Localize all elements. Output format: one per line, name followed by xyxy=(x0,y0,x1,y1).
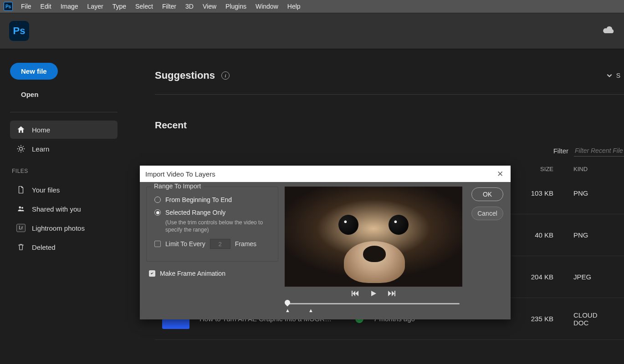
limit-frames-input[interactable] xyxy=(210,239,230,249)
trim-out-handle[interactable]: ▲ xyxy=(308,308,313,313)
dialog-titlebar[interactable]: Import Video To Layers ✕ xyxy=(140,166,511,182)
sidebar-item-lightroom[interactable]: Lr Lightroom photos xyxy=(10,219,118,237)
ps-badge-icon: Ps xyxy=(4,2,13,11)
limit-checkbox[interactable] xyxy=(154,241,161,247)
radio-icon xyxy=(154,209,161,216)
trash-icon xyxy=(16,243,26,252)
sidebar-item-label: Your files xyxy=(32,186,60,194)
menu-item-view[interactable]: View xyxy=(198,1,221,12)
selected-range-hint: (Use the trim controls below the video t… xyxy=(165,219,271,233)
menu-item-help[interactable]: Help xyxy=(283,1,305,12)
range-to-import-group: Range To Import From Beginning To End Se… xyxy=(146,187,278,262)
suggestions-heading: Suggestions i xyxy=(155,70,230,81)
sidebar-item-label: Lightroom photos xyxy=(32,224,85,232)
import-video-dialog: Import Video To Layers ✕ Range To Import… xyxy=(140,166,511,319)
cancel-button[interactable]: Cancel xyxy=(471,207,503,220)
file-icon xyxy=(16,185,26,194)
file-size: 204 KB xyxy=(512,273,553,281)
new-file-button[interactable]: New file xyxy=(10,63,58,80)
sidebar: New file Open Home Learn FILES Your file… xyxy=(0,49,128,364)
dialog-title: Import Video To Layers xyxy=(145,170,215,178)
menu-item-3d[interactable]: 3D xyxy=(181,1,198,12)
file-size: 103 KB xyxy=(512,189,553,197)
svg-point-1 xyxy=(19,207,21,209)
open-button[interactable]: Open xyxy=(10,86,118,103)
make-frame-animation-checkbox[interactable]: Make Frame Animation xyxy=(149,270,278,277)
people-icon xyxy=(16,204,26,213)
app-header: Ps xyxy=(0,13,624,49)
file-kind: CLOUD DOC xyxy=(553,311,608,327)
col-kind[interactable]: KIND xyxy=(553,166,608,172)
radio-icon xyxy=(154,197,161,203)
file-kind: JPEG xyxy=(553,273,608,281)
sidebar-item-your-files[interactable]: Your files xyxy=(10,181,118,199)
sidebar-divider xyxy=(10,112,118,112)
step-back-icon[interactable] xyxy=(352,290,359,297)
svg-point-2 xyxy=(21,207,23,209)
limit-label: Limit To Every xyxy=(165,240,205,248)
menubar: Ps File Edit Image Layer Type Select Fil… xyxy=(0,0,624,13)
menu-item-type[interactable]: Type xyxy=(108,1,131,12)
file-kind: PNG xyxy=(553,231,608,239)
suggestions-divider xyxy=(155,94,624,95)
filter-label: Filter xyxy=(553,147,568,155)
svg-point-0 xyxy=(20,147,23,151)
menu-item-select[interactable]: Select xyxy=(131,1,158,12)
menu-item-layer[interactable]: Layer xyxy=(83,1,108,12)
sidebar-item-label: Deleted xyxy=(32,243,56,251)
file-size: 235 KB xyxy=(512,315,553,323)
sidebar-item-shared[interactable]: Shared with you xyxy=(10,200,118,218)
learn-icon xyxy=(16,144,26,153)
menu-item-image[interactable]: Image xyxy=(56,1,83,12)
ok-button[interactable]: OK xyxy=(471,187,503,201)
info-icon[interactable]: i xyxy=(221,71,230,80)
playhead-handle[interactable] xyxy=(284,299,292,307)
file-size: 40 KB xyxy=(512,231,553,239)
radio-from-beginning[interactable]: From Beginning To End xyxy=(154,196,271,203)
video-preview xyxy=(285,187,462,287)
range-legend: Range To Import xyxy=(151,182,204,190)
file-kind: PNG xyxy=(553,189,608,197)
suggestions-toggle[interactable]: S xyxy=(606,72,620,79)
menu-item-filter[interactable]: Filter xyxy=(158,1,181,12)
radio-selected-range[interactable]: Selected Range Only xyxy=(154,209,271,216)
chevron-down-icon xyxy=(606,72,613,79)
sidebar-item-deleted[interactable]: Deleted xyxy=(10,238,118,256)
trim-timeline[interactable]: ▲ ▲ xyxy=(286,303,460,304)
checkbox-icon xyxy=(149,270,155,277)
sidebar-item-home[interactable]: Home xyxy=(10,121,118,139)
menu-item-edit[interactable]: Edit xyxy=(36,1,56,12)
sidebar-item-label: Shared with you xyxy=(32,205,81,213)
frames-label: Frames xyxy=(235,240,256,248)
sidebar-item-learn[interactable]: Learn xyxy=(10,140,118,158)
sidebar-item-label: Learn xyxy=(32,145,49,153)
lightroom-icon: Lr xyxy=(16,223,26,233)
trim-in-handle[interactable]: ▲ xyxy=(285,308,290,313)
playback-controls xyxy=(285,290,462,297)
dialog-close-button[interactable]: ✕ xyxy=(495,169,505,179)
ps-logo-icon: Ps xyxy=(9,21,29,41)
sidebar-section-files: FILES xyxy=(12,168,118,174)
cloud-sync-icon[interactable] xyxy=(602,25,615,37)
home-icon xyxy=(16,125,26,134)
step-forward-icon[interactable] xyxy=(388,290,395,297)
menu-item-plugins[interactable]: Plugins xyxy=(221,1,251,12)
col-size[interactable]: SIZE xyxy=(512,166,553,172)
menu-item-file[interactable]: File xyxy=(16,1,36,12)
filter-recent-input[interactable] xyxy=(574,145,624,157)
sidebar-item-label: Home xyxy=(32,126,50,134)
menu-item-window[interactable]: Window xyxy=(251,1,283,12)
recent-heading: Recent xyxy=(155,120,624,131)
play-icon[interactable] xyxy=(370,290,377,297)
